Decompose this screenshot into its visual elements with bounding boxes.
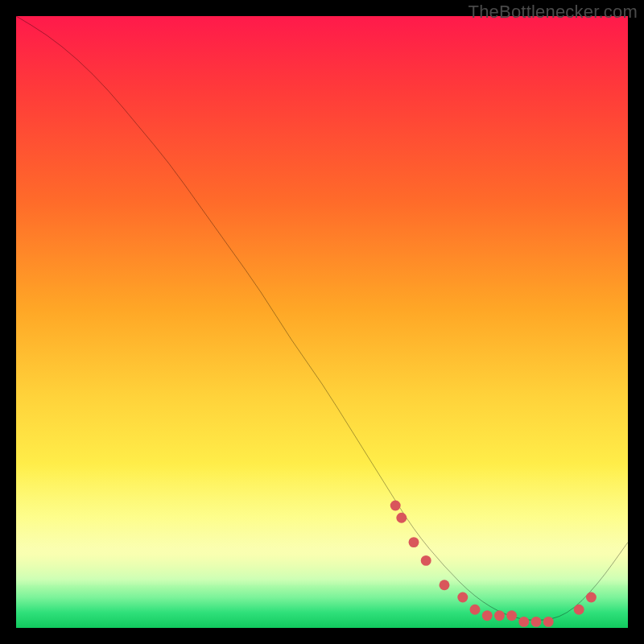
chart-stage: TheBottlenecker.com — [0, 0, 644, 644]
marker-dot — [494, 610, 505, 621]
marker-dot — [409, 537, 419, 547]
marker-dot — [543, 617, 554, 627]
marker-dot — [396, 513, 407, 523]
marker-dot — [457, 592, 468, 603]
marker-dot — [518, 617, 529, 627]
marker-dot — [470, 605, 481, 615]
bottleneck-curve — [16, 16, 628, 621]
plot-area — [16, 16, 628, 628]
marker-dot — [506, 610, 517, 621]
marker-dot — [440, 580, 450, 590]
marker-dot — [390, 501, 401, 511]
marker-dot — [531, 617, 542, 627]
marker-dot — [586, 592, 597, 603]
curve-svg — [16, 16, 628, 628]
watermark-text: TheBottlenecker.com — [469, 2, 638, 23]
marker-dot — [421, 555, 431, 566]
marker-dot — [574, 605, 584, 615]
marker-dot — [482, 610, 493, 621]
highlight-dots — [390, 501, 597, 627]
